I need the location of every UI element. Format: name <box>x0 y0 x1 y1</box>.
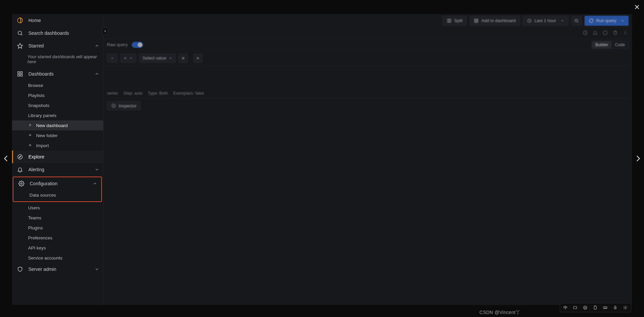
sidebar-item-label: Teams <box>28 215 41 220</box>
operator-select[interactable]: = <box>120 54 136 63</box>
svg-point-22 <box>603 31 607 35</box>
sidebar-collapse-button[interactable] <box>102 27 108 35</box>
highlight-annotation: Configuration Data sources <box>13 177 102 202</box>
ime-settings-icon[interactable] <box>622 305 628 311</box>
ime-emoji-icon[interactable] <box>582 305 588 311</box>
sidebar-item-playlists[interactable]: Playlists <box>12 90 103 100</box>
sidebar-item-data-sources[interactable]: Data sources <box>13 190 101 200</box>
zoom-out-button[interactable] <box>571 16 582 26</box>
nav-starred-label: Starred <box>28 43 90 48</box>
svg-rect-38 <box>615 306 616 308</box>
query-footer-row: Inspector <box>104 98 632 113</box>
create-alert-icon[interactable] <box>593 30 599 36</box>
nav-server-admin-label: Server admin <box>28 267 90 272</box>
svg-line-19 <box>577 21 578 22</box>
svg-rect-4 <box>18 72 19 73</box>
sidebar-item-users[interactable]: Users <box>12 203 103 213</box>
nav-search[interactable]: Search dashboards <box>12 27 103 39</box>
sidebar-item-label: Plugins <box>28 225 43 230</box>
sidebar-item-label: Service accounts <box>28 255 62 260</box>
svg-rect-6 <box>18 75 19 76</box>
svg-rect-13 <box>475 19 476 20</box>
sidebar-item-snapshots[interactable]: Snapshots <box>12 100 103 110</box>
chevron-down-icon <box>95 167 99 172</box>
drag-handle-icon[interactable] <box>623 30 629 36</box>
sidebar-item-service-accounts[interactable]: Service accounts <box>12 253 103 263</box>
opt-exemplars: Exemplars: false <box>173 91 204 96</box>
nav-explore-label: Explore <box>28 154 99 160</box>
svg-point-0 <box>18 18 23 23</box>
clock-icon <box>527 18 532 23</box>
gear-icon <box>18 181 25 187</box>
svg-marker-3 <box>18 43 23 48</box>
close-icon[interactable] <box>632 2 642 12</box>
svg-point-1 <box>18 31 22 35</box>
sidebar-item-label: Browse <box>28 83 43 88</box>
split-label: Split <box>454 18 463 23</box>
ime-language-button[interactable]: 中 <box>563 305 568 311</box>
disable-query-icon[interactable] <box>603 30 609 36</box>
nav-home[interactable]: Home <box>12 14 103 27</box>
svg-point-24 <box>626 31 626 32</box>
run-query-label: Run query <box>596 18 616 23</box>
nav-starred[interactable]: Starred <box>12 39 103 52</box>
trash-icon[interactable] <box>613 30 619 36</box>
label-key-select[interactable] <box>107 54 118 63</box>
zoom-out-icon <box>574 18 579 23</box>
chevron-down-icon <box>111 57 114 60</box>
query-editor-body <box>104 66 632 88</box>
add-to-dashboard-button[interactable]: Add to dashboard <box>470 16 520 26</box>
nav-alerting[interactable]: Alerting <box>12 163 103 176</box>
mode-code-button[interactable]: Code <box>612 41 628 48</box>
sidebar-item-api-keys[interactable]: API keys <box>12 243 103 253</box>
ime-toolbar: 中 <box>560 303 631 312</box>
query-inspector-button[interactable]: Inspector <box>107 101 141 110</box>
chevron-up-icon <box>93 181 97 186</box>
nav-dashboards-label: Dashboards <box>28 71 90 77</box>
label-value-select[interactable]: Select value <box>139 54 176 63</box>
ime-mic-icon[interactable] <box>612 305 618 311</box>
sidebar-item-label: Users <box>28 205 40 210</box>
sidebar-item-teams[interactable]: Teams <box>12 213 103 223</box>
app-shell: Home Search dashboards Starred <box>12 14 632 305</box>
time-range-picker[interactable]: Last 1 hour <box>523 16 568 26</box>
run-query-button[interactable]: Run query <box>585 16 629 26</box>
raw-query-toggle[interactable] <box>132 42 143 48</box>
add-filter-button[interactable] <box>193 54 203 63</box>
svg-line-2 <box>21 34 22 35</box>
sidebar-item-label: Data sources <box>29 193 56 198</box>
gallery-next-button[interactable] <box>632 148 644 169</box>
ime-keyboard-icon[interactable] <box>602 305 608 311</box>
nav-server-admin[interactable]: Server admin <box>12 263 103 276</box>
mode-builder-button[interactable]: Builder <box>592 41 612 48</box>
nav-dashboards[interactable]: Dashboards <box>12 68 103 80</box>
svg-rect-7 <box>21 75 22 76</box>
ime-clipboard-icon[interactable] <box>592 305 598 311</box>
nav-search-label: Search dashboards <box>28 30 99 36</box>
remove-filter-button[interactable] <box>178 54 188 63</box>
history-icon[interactable] <box>583 30 589 36</box>
split-button[interactable]: Split <box>442 16 467 26</box>
sidebar-item-browse[interactable]: Browse <box>12 80 103 90</box>
svg-rect-16 <box>477 21 478 22</box>
sidebar-item-import[interactable]: Import <box>12 140 103 150</box>
sidebar-item-new-folder[interactable]: New folder <box>12 130 103 140</box>
nav-explore[interactable]: Explore <box>12 150 103 163</box>
svg-rect-12 <box>449 19 451 22</box>
ime-punctuation-icon[interactable] <box>572 305 578 311</box>
svg-point-26 <box>626 32 626 33</box>
nav-configuration[interactable]: Configuration <box>13 177 101 190</box>
sidebar-item-new-dashboard[interactable]: New dashboard <box>12 120 103 130</box>
sidebar-item-library-panels[interactable]: Library panels <box>12 110 103 120</box>
svg-rect-15 <box>475 21 476 22</box>
columns-icon <box>447 18 452 23</box>
sidebar-item-plugins[interactable]: Plugins <box>12 223 103 233</box>
sidebar-item-preferences[interactable]: Preferences <box>12 233 103 243</box>
search-icon <box>16 30 24 36</box>
sidebar-item-label: Playlists <box>28 93 45 98</box>
svg-point-25 <box>624 32 625 33</box>
editor-mode-group: Builder Code <box>592 41 629 49</box>
opt-step: Step: auto <box>123 91 142 96</box>
gallery-prev-button[interactable] <box>0 148 12 169</box>
dashboards-icon <box>16 71 24 77</box>
